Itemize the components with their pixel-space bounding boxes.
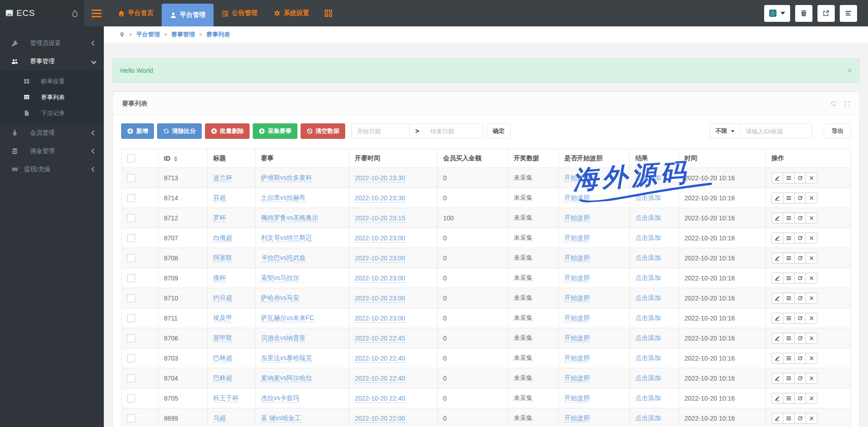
search-input[interactable]	[740, 123, 812, 139]
title-link[interactable]: 乌超	[213, 414, 226, 422]
bodan-link[interactable]: 开始波胆	[564, 234, 590, 242]
sidebar-subitem-2[interactable]: 赛事列表	[0, 89, 104, 105]
delete-button[interactable]	[806, 273, 817, 284]
edit-button[interactable]	[771, 253, 783, 264]
edit-button[interactable]	[771, 193, 783, 203]
result-add-link[interactable]: 点击添加	[635, 254, 661, 262]
sidebar-item-4[interactable]: 佣金管理	[0, 142, 104, 160]
select-all-checkbox[interactable]	[127, 154, 135, 163]
title-link[interactable]: 塞甲联	[213, 334, 232, 342]
start-time-link[interactable]: 2022-10-20 22:40	[355, 395, 405, 403]
repeat-button[interactable]	[794, 213, 806, 224]
list-button[interactable]	[783, 273, 795, 284]
bodan-link[interactable]: 开始波胆	[564, 414, 590, 422]
match-link[interactable]: 利文哥vs特兰斯迈	[261, 234, 312, 242]
start-time-link[interactable]: 2022-10-20 23:00	[355, 254, 405, 263]
bodan-link[interactable]: 开始波胆	[564, 354, 590, 362]
external-link-button[interactable]	[817, 5, 835, 22]
result-add-link[interactable]: 点击添加	[635, 314, 661, 322]
start-date-input[interactable]	[351, 123, 409, 139]
repeat-button[interactable]	[794, 253, 806, 264]
edit-button[interactable]	[771, 413, 783, 424]
start-time-link[interactable]: 2022-10-20 23:15	[355, 214, 405, 223]
bodan-link[interactable]: 开始波胆	[564, 254, 590, 262]
delete-button[interactable]	[806, 413, 817, 424]
repeat-button[interactable]	[794, 313, 806, 324]
toolbar-button-5[interactable]: 清空数据	[301, 123, 345, 139]
row-checkbox[interactable]	[127, 354, 135, 362]
toolbar-button-4[interactable]: 采集赛事	[253, 123, 297, 139]
row-checkbox[interactable]	[127, 374, 135, 382]
bodan-link[interactable]: 开始波胆	[564, 194, 590, 202]
start-time-link[interactable]: 2022-10-20 23:00	[355, 315, 405, 323]
list-button[interactable]	[783, 213, 795, 224]
topnav-item-1[interactable]: 平台首页	[110, 0, 162, 26]
edit-button[interactable]	[771, 333, 783, 344]
title-link[interactable]: 罗杯	[213, 214, 226, 222]
result-add-link[interactable]: 点击添加	[635, 334, 661, 342]
edit-button[interactable]	[771, 313, 783, 324]
start-time-link[interactable]: 2022-10-20 23:00	[355, 234, 405, 243]
topnav-item-2[interactable]: 平台管理	[162, 4, 214, 26]
bodan-link[interactable]: 开始波胆	[564, 214, 590, 222]
repeat-button[interactable]	[794, 293, 806, 304]
delete-button[interactable]	[806, 373, 817, 384]
title-link[interactable]: 巴林超	[213, 374, 232, 382]
repeat-button[interactable]	[794, 333, 806, 344]
list-button[interactable]	[783, 373, 795, 384]
sidebar-item-3[interactable]: 会员管理	[0, 124, 104, 142]
edit-button[interactable]	[771, 373, 783, 384]
result-add-link[interactable]: 点击添加	[635, 274, 661, 282]
delete-button[interactable]	[806, 193, 817, 203]
match-link[interactable]: 索契vs乌拉尔	[261, 274, 299, 282]
list-button[interactable]	[783, 233, 795, 244]
match-link[interactable]: 土尔库vs拉赫蒂	[261, 194, 306, 202]
topnav-item-3[interactable]: 公告管理	[214, 0, 266, 26]
sidebar-toggle-icon[interactable]	[92, 8, 102, 19]
edit-button[interactable]	[771, 393, 783, 404]
expand-icon[interactable]	[844, 101, 850, 107]
repeat-button[interactable]	[794, 273, 806, 284]
breadcrumb-link-1[interactable]: 平台管理	[136, 31, 160, 38]
list-button[interactable]	[783, 353, 795, 364]
breadcrumb-link-3[interactable]: 赛事列表	[206, 31, 230, 38]
start-time-link[interactable]: 2022-10-20 23:30	[355, 194, 405, 203]
match-link[interactable]: 基 辅vs哈金工	[261, 414, 301, 422]
confirm-button[interactable]: 确定	[487, 123, 511, 139]
edit-button[interactable]	[771, 293, 783, 304]
repeat-button[interactable]	[794, 233, 806, 244]
result-add-link[interactable]: 点击添加	[635, 414, 661, 422]
export-button[interactable]: 导出	[824, 123, 851, 139]
list-button[interactable]	[783, 193, 795, 203]
bodan-link[interactable]: 开始波胆	[564, 174, 590, 182]
start-time-link[interactable]: 2022-10-20 23:00	[355, 295, 405, 303]
delete-button[interactable]	[806, 333, 817, 344]
title-link[interactable]: 埃及甲	[213, 314, 232, 322]
repeat-button[interactable]	[794, 353, 806, 364]
bodan-link[interactable]: 开始波胆	[564, 394, 590, 402]
delete-button[interactable]	[806, 353, 817, 364]
list-button[interactable]	[783, 393, 795, 404]
match-link[interactable]: 卡拉巴vs托武兹	[261, 254, 306, 262]
list-menu-button[interactable]	[840, 5, 857, 22]
sidebar-item-2[interactable]: 赛事管理	[0, 52, 104, 71]
start-time-link[interactable]: 2022-10-20 22:45	[355, 335, 405, 343]
row-checkbox[interactable]	[127, 214, 135, 222]
start-time-link[interactable]: 2022-10-20 23:30	[355, 174, 405, 183]
row-checkbox[interactable]	[127, 194, 135, 202]
repeat-button[interactable]	[794, 413, 806, 424]
title-link[interactable]: 俄杯	[213, 274, 226, 282]
sidebar-subitem-3[interactable]: 下注记录	[0, 105, 104, 121]
list-button[interactable]	[783, 313, 795, 324]
start-time-link[interactable]: 2022-10-20 22:00	[355, 415, 405, 423]
edit-button[interactable]	[771, 213, 783, 224]
delete-button[interactable]	[806, 173, 817, 183]
sync-icon[interactable]	[830, 101, 837, 107]
toolbar-button-2[interactable]: 清除比分	[157, 123, 202, 139]
apps-grid-button[interactable]	[317, 0, 339, 26]
result-add-link[interactable]: 点击添加	[635, 214, 661, 222]
result-add-link[interactable]: 点击添加	[635, 374, 661, 382]
topnav-item-4[interactable]: 系统设置	[266, 0, 317, 26]
toolbar-button-1[interactable]: 新增	[121, 123, 154, 139]
result-add-link[interactable]: 点击添加	[635, 234, 661, 242]
